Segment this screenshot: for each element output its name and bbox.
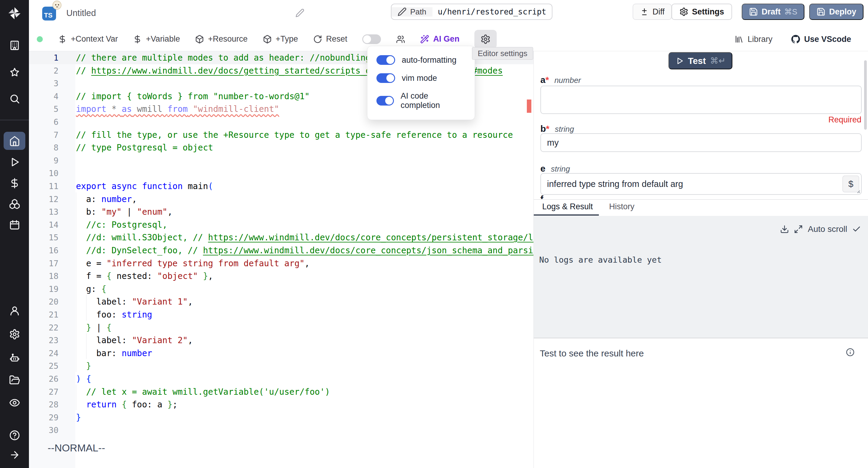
library-button[interactable]: Library xyxy=(735,35,772,44)
line-number[interactable]: 23 xyxy=(29,334,59,347)
line-number[interactable]: 11 xyxy=(29,180,59,193)
collab-toggle[interactable] xyxy=(362,34,381,44)
add-resource-button[interactable]: +Resource xyxy=(195,34,247,44)
line-number[interactable]: 4 xyxy=(29,90,59,103)
line-number[interactable]: 24 xyxy=(29,347,59,360)
line-number[interactable]: 3 xyxy=(29,77,59,90)
check-icon[interactable] xyxy=(852,225,861,234)
line-number[interactable]: 21 xyxy=(29,308,59,321)
path-widget[interactable]: Path u/henri/restored_script xyxy=(391,4,553,20)
line-number[interactable]: 2 xyxy=(29,64,59,77)
code-line[interactable]: b: "my" | "enum", xyxy=(76,205,173,218)
code-line[interactable]: import * as wmill from "windmill-client" xyxy=(76,103,279,116)
edit-title-pencil-icon[interactable] xyxy=(296,8,304,18)
test-run-button[interactable]: Test ⌘↵ xyxy=(669,52,733,69)
add-context-var-button[interactable]: +Context Var xyxy=(58,34,118,44)
line-number[interactable]: 28 xyxy=(29,398,59,411)
deploy-button[interactable]: Deploy xyxy=(809,4,864,20)
sidebar-item-folders[interactable] xyxy=(4,371,25,389)
code-line[interactable]: a: number, xyxy=(76,193,137,206)
code-line[interactable]: // import { toWords } from "number-to-wo… xyxy=(76,90,310,103)
download-logs-icon[interactable] xyxy=(780,225,789,234)
add-type-button[interactable]: +Type xyxy=(263,34,298,44)
reset-button[interactable]: Reset xyxy=(313,34,347,44)
line-number[interactable]: 14 xyxy=(29,218,59,231)
line-number[interactable]: 20 xyxy=(29,295,59,308)
collaborators-icon[interactable] xyxy=(396,35,405,44)
code-line[interactable]: ) { xyxy=(76,372,91,385)
line-number[interactable]: 18 xyxy=(29,270,59,283)
code-line[interactable]: f = { nested: "object" }, xyxy=(76,270,213,283)
code-line[interactable]: label: "Variant 2", xyxy=(76,334,193,347)
sidebar-item-settings[interactable] xyxy=(4,325,25,343)
sidebar-item-variables[interactable] xyxy=(4,174,25,192)
diff-button[interactable]: Diff xyxy=(632,4,672,20)
windmill-logo-icon[interactable] xyxy=(7,6,22,21)
field-b-input[interactable] xyxy=(540,133,862,152)
sidebar-item-workers[interactable] xyxy=(4,349,25,367)
info-icon[interactable] xyxy=(846,348,855,357)
settings-button[interactable]: Settings xyxy=(672,4,732,20)
line-number[interactable]: 13 xyxy=(29,205,59,218)
line-number[interactable]: 19 xyxy=(29,283,59,295)
sidebar-item-runs[interactable] xyxy=(4,153,25,171)
save-draft-button[interactable]: Draft⌘S xyxy=(742,4,804,20)
line-number[interactable]: 26 xyxy=(29,372,59,385)
use-vscode-button[interactable]: Use VScode xyxy=(791,35,851,44)
sidebar-item-schedules[interactable] xyxy=(4,215,25,234)
line-number[interactable]: 5 xyxy=(29,103,59,116)
sidebar-item-help[interactable] xyxy=(4,426,25,444)
sidebar-item-search[interactable] xyxy=(4,90,25,108)
code-line[interactable]: export async function main( xyxy=(76,180,213,193)
code-line[interactable]: foo: string xyxy=(76,308,152,321)
line-number[interactable]: 6 xyxy=(29,116,59,128)
line-number[interactable]: 15 xyxy=(29,231,59,244)
line-number[interactable]: 9 xyxy=(29,154,59,167)
line-number[interactable]: 29 xyxy=(29,411,59,424)
line-number[interactable]: 7 xyxy=(29,128,59,141)
line-number[interactable]: 30 xyxy=(29,424,59,437)
editor-settings-gear-button[interactable] xyxy=(474,30,497,49)
sidebar-item-resources[interactable] xyxy=(4,195,25,213)
code-line[interactable]: } | { xyxy=(76,321,112,334)
code-line[interactable]: //d: DynSelect_foo, // https://www.windm… xyxy=(76,244,533,257)
panel-scrollbar-thumb[interactable] xyxy=(864,60,867,130)
code-line[interactable]: // type Postgresql = object xyxy=(76,141,213,154)
line-number[interactable]: 27 xyxy=(29,385,59,398)
code-line[interactable]: label: "Variant 1", xyxy=(76,295,193,308)
sidebar-item-user[interactable] xyxy=(4,301,25,320)
tab-history[interactable]: History xyxy=(609,202,634,211)
code-line[interactable]: // let x = await wmill.getVariable('u/us… xyxy=(76,385,330,398)
expand-logs-icon[interactable] xyxy=(794,225,803,234)
sidebar-item-expand[interactable] xyxy=(4,446,25,464)
toggle-vim-mode[interactable] xyxy=(376,73,395,83)
toggle-auto-formatting[interactable] xyxy=(376,55,395,65)
line-number[interactable]: 17 xyxy=(29,257,59,270)
line-number[interactable]: 16 xyxy=(29,244,59,257)
code-line[interactable]: bar: number xyxy=(76,347,152,360)
code-line[interactable]: } xyxy=(76,411,81,424)
line-number[interactable]: 10 xyxy=(29,167,59,180)
line-number[interactable]: 22 xyxy=(29,321,59,334)
line-number[interactable]: 8 xyxy=(29,141,59,154)
code-line[interactable]: //d: wmill.S3Object, // https://www.wind… xyxy=(76,231,533,244)
field-a-input[interactable] xyxy=(540,86,862,114)
resize-handle[interactable] xyxy=(856,189,861,194)
sidebar-item-workspace[interactable] xyxy=(4,36,25,54)
code-line[interactable]: return { foo: a }; xyxy=(76,398,178,411)
tab-logs-result[interactable]: Logs & Result xyxy=(542,202,593,211)
line-number[interactable]: 12 xyxy=(29,193,59,206)
add-variable-button[interactable]: +Variable xyxy=(133,34,180,44)
code-line[interactable]: } xyxy=(76,359,91,372)
code-line[interactable]: e = "inferred type string from default a… xyxy=(76,257,310,270)
code-line[interactable]: // fill the type, or use the +Resource t… xyxy=(76,128,513,141)
line-number[interactable]: 1 xyxy=(29,51,59,64)
ai-gen-button[interactable]: AI Gen xyxy=(420,34,459,44)
sidebar-item-home[interactable] xyxy=(4,132,25,150)
code-line[interactable]: g: { xyxy=(76,283,106,295)
field-e-input[interactable]: inferred type string from default arg $ xyxy=(540,173,862,195)
code-line[interactable]: //c: Postgresql, xyxy=(76,218,167,231)
path-value[interactable]: u/henri/restored_script xyxy=(433,7,552,16)
toggle-AI-code-completion[interactable] xyxy=(376,96,394,106)
line-number[interactable]: 25 xyxy=(29,359,59,372)
